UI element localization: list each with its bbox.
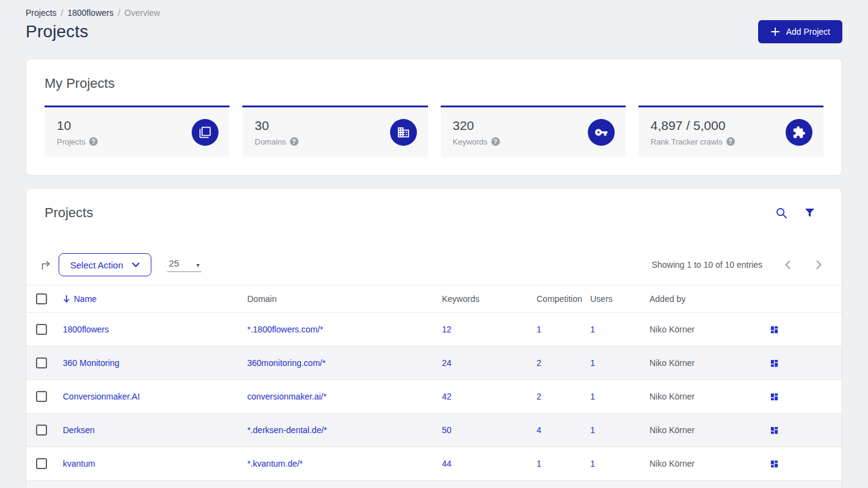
select-all-checkbox[interactable] <box>36 293 47 304</box>
column-header-competition[interactable]: Competition <box>537 294 590 304</box>
project-domain-link[interactable]: *.derksen-dental.de/* <box>247 425 442 435</box>
add-project-button[interactable]: Add Project <box>758 20 842 43</box>
users-count-link[interactable]: 1 <box>590 425 649 435</box>
key-icon <box>588 119 615 146</box>
table-row-partial <box>26 481 842 488</box>
export-icon[interactable] <box>40 259 52 271</box>
help-icon[interactable]: ? <box>491 137 500 146</box>
breadcrumb-1800flowers[interactable]: 1800flowers <box>67 8 114 18</box>
keywords-count-link[interactable]: 24 <box>442 358 537 368</box>
column-header-added-by[interactable]: Added by <box>649 294 769 304</box>
competition-count-link[interactable]: 1 <box>537 325 590 334</box>
keywords-count-link[interactable]: 50 <box>442 425 537 435</box>
dashboard-icon[interactable] <box>770 459 779 468</box>
competition-count-link[interactable]: 1 <box>537 459 590 468</box>
project-domain-link[interactable]: conversionmaker.ai/* <box>247 392 442 401</box>
showing-entries-text: Showing 1 to 10 of 10 entries <box>652 260 762 270</box>
added-by-value: Niko Körner <box>649 425 769 435</box>
table-header-row: Name Domain Keywords Competition Users A… <box>26 285 842 313</box>
competition-count-link[interactable]: 2 <box>537 358 590 368</box>
select-action-dropdown[interactable]: Select Action <box>59 253 151 276</box>
dashboard-icon[interactable] <box>770 359 779 368</box>
column-header-keywords[interactable]: Keywords <box>442 294 537 304</box>
column-header-users[interactable]: Users <box>590 294 649 304</box>
chevron-right-icon[interactable] <box>816 260 822 270</box>
dashboard-icon[interactable] <box>770 426 779 435</box>
added-by-value: Niko Körner <box>649 358 769 368</box>
dashboard-icon[interactable] <box>770 392 779 401</box>
keywords-count-link[interactable]: 12 <box>442 325 537 334</box>
added-by-value: Niko Körner <box>649 325 769 334</box>
breadcrumb-separator: / <box>118 8 120 18</box>
keywords-count-link[interactable]: 44 <box>442 459 537 468</box>
projects-copy-icon <box>192 119 219 146</box>
project-name-link[interactable]: 1800flowers <box>63 325 247 334</box>
page: Projects / 1800flowers / Overview Projec… <box>0 0 868 488</box>
stat-tile-projects: 10 Projects ? <box>45 106 230 157</box>
added-by-value: Niko Körner <box>649 459 769 468</box>
table-row: Conversionmaker.AI conversionmaker.ai/* … <box>26 380 842 414</box>
keywords-count: 320 <box>453 118 500 133</box>
row-checkbox[interactable] <box>36 324 47 335</box>
projects-count-label: Projects <box>57 137 85 146</box>
stat-tile-keywords: 320 Keywords ? <box>441 106 626 157</box>
row-checkbox[interactable] <box>36 357 47 368</box>
column-header-domain[interactable]: Domain <box>247 294 442 304</box>
keywords-count-link[interactable]: 42 <box>442 392 537 401</box>
competition-count-link[interactable]: 4 <box>537 425 590 435</box>
domains-count: 30 <box>255 118 298 133</box>
users-count-link[interactable]: 1 <box>590 392 649 401</box>
rank-tracker-count: 4,897 / 5,000 <box>651 118 735 133</box>
project-domain-link[interactable]: *.kvantum.de/* <box>247 459 442 468</box>
project-name-link[interactable]: Conversionmaker.AI <box>63 392 247 401</box>
add-project-label: Add Project <box>786 27 830 37</box>
row-checkbox[interactable] <box>36 458 47 469</box>
breadcrumb-overview: Overview <box>125 8 160 18</box>
project-domain-link[interactable]: *.1800flowers.com/* <box>247 325 442 334</box>
project-domain-link[interactable]: 360monitoring.com/* <box>247 358 442 368</box>
keywords-count-label: Keywords <box>453 137 488 146</box>
title-row: Projects Add Project <box>26 20 842 43</box>
chevron-left-icon[interactable] <box>784 260 791 270</box>
table-row: 360 Monitoring 360monitoring.com/* 24 2 … <box>26 346 842 380</box>
page-size-select[interactable]: 25 ▾ <box>167 258 201 272</box>
column-header-name[interactable]: Name <box>63 294 247 304</box>
help-icon[interactable]: ? <box>726 137 735 146</box>
stat-tiles: 10 Projects ? 30 Domains ? <box>45 106 823 157</box>
plus-icon <box>770 27 780 37</box>
users-count-link[interactable]: 1 <box>590 358 649 368</box>
filter-icon[interactable] <box>805 208 815 218</box>
projects-table-card: Projects Select Action 25 <box>26 188 842 488</box>
building-icon <box>390 119 417 146</box>
page-size-value: 25 <box>169 258 179 268</box>
domains-count-label: Domains <box>255 137 286 146</box>
my-projects-title: My Projects <box>45 75 823 92</box>
added-by-value: Niko Körner <box>649 392 769 401</box>
breadcrumb-projects[interactable]: Projects <box>26 8 57 18</box>
sort-arrow-down-icon <box>63 295 70 303</box>
rank-tracker-label: Rank Tracker crawls <box>651 137 723 146</box>
row-checkbox[interactable] <box>36 425 47 436</box>
row-checkbox[interactable] <box>36 391 47 402</box>
dashboard-icon[interactable] <box>770 325 779 334</box>
help-icon[interactable]: ? <box>290 137 298 146</box>
project-name-link[interactable]: kvantum <box>63 459 247 468</box>
stat-tile-rank-tracker: 4,897 / 5,000 Rank Tracker crawls ? <box>638 106 823 157</box>
table-row: Derksen *.derksen-dental.de/* 50 4 1 Nik… <box>26 414 842 447</box>
project-name-link[interactable]: 360 Monitoring <box>63 358 247 368</box>
users-count-link[interactable]: 1 <box>590 325 649 334</box>
breadcrumb: Projects / 1800flowers / Overview <box>26 8 842 18</box>
my-projects-card: My Projects 10 Projects ? 30 <box>26 59 842 176</box>
competition-count-link[interactable]: 2 <box>537 392 590 401</box>
search-icon[interactable] <box>776 207 787 219</box>
select-action-label: Select Action <box>70 260 123 270</box>
stat-tile-domains: 30 Domains ? <box>242 106 427 157</box>
project-name-link[interactable]: Derksen <box>63 425 247 435</box>
table-toolbar: Select Action 25 ▾ Showing 1 to 10 of 10… <box>26 253 842 276</box>
chevron-down-icon <box>132 262 140 268</box>
table-row: kvantum *.kvantum.de/* 44 1 1 Niko Körne… <box>26 447 842 481</box>
projects-card-title: Projects <box>45 204 93 221</box>
breadcrumb-separator: / <box>61 8 63 18</box>
help-icon[interactable]: ? <box>89 137 98 146</box>
users-count-link[interactable]: 1 <box>590 459 649 468</box>
